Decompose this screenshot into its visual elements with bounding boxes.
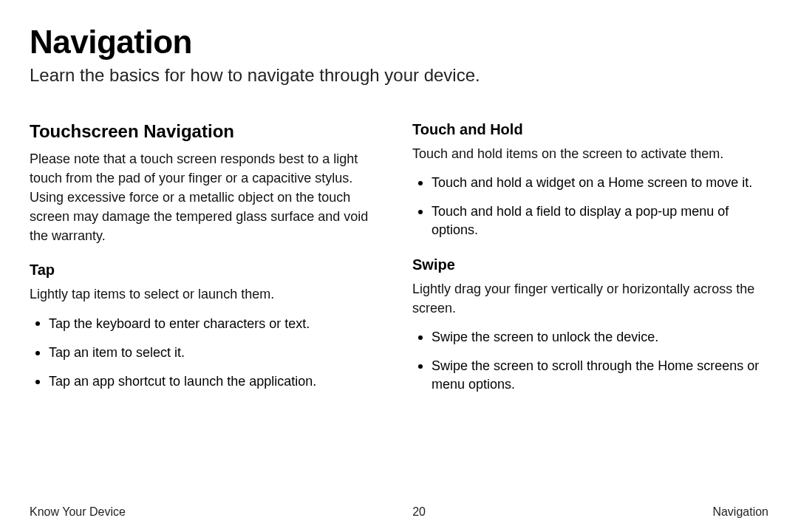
footer-topic-name: Navigation (712, 505, 768, 519)
left-column: Touchscreen Navigation Please note that … (30, 121, 386, 499)
list-item: Tap the keyboard to enter characters or … (30, 315, 386, 333)
content-columns: Touchscreen Navigation Please note that … (30, 121, 768, 499)
list-item: Touch and hold a widget on a Home screen… (412, 174, 768, 192)
list-item: Tap an app shortcut to launch the applic… (30, 372, 386, 391)
page-footer: Know Your Device 20 Navigation (30, 499, 768, 519)
footer-page-number: 20 (412, 505, 426, 519)
tap-list: Tap the keyboard to enter characters or … (30, 315, 386, 392)
list-item: Touch and hold a field to display a pop-… (412, 202, 768, 239)
list-item: Swipe the screen to unlock the device. (412, 328, 768, 347)
tap-intro: Lightly tap items to select or launch th… (30, 284, 386, 304)
touch-and-hold-list: Touch and hold a widget on a Home screen… (412, 174, 768, 240)
swipe-intro: Lightly drag your finger vertically or h… (412, 279, 768, 318)
list-item: Tap an item to select it. (30, 344, 386, 362)
touch-and-hold-intro: Touch and hold items on the screen to ac… (412, 144, 768, 163)
heading-tap: Tap (30, 262, 386, 279)
heading-touch-and-hold: Touch and Hold (412, 121, 768, 138)
page-subtitle: Learn the basics for how to navigate thr… (30, 65, 768, 86)
page-title: Navigation (30, 24, 768, 61)
swipe-list: Swipe the screen to unlock the device. S… (412, 328, 768, 395)
right-column: Touch and Hold Touch and hold items on t… (412, 121, 768, 499)
list-item: Swipe the screen to scroll through the H… (412, 357, 768, 394)
heading-touchscreen-navigation: Touchscreen Navigation (30, 121, 386, 142)
touchscreen-intro: Please note that a touch screen responds… (30, 149, 386, 245)
document-page: Navigation Learn the basics for how to n… (0, 0, 798, 532)
footer-section-name: Know Your Device (30, 505, 126, 519)
heading-swipe: Swipe (412, 256, 768, 273)
